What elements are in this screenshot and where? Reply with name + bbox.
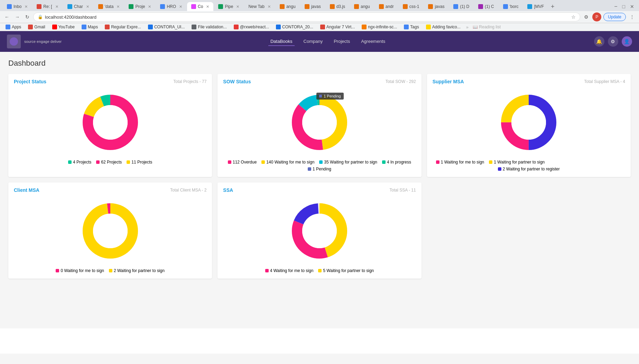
tab-close[interactable]: ✕ — [179, 4, 182, 9]
bookmark-label: ngx-infinite-sc... — [368, 25, 397, 29]
bookmark-rxweb[interactable]: @rxweb/react... — [231, 24, 272, 30]
legend-item: 11 Projects — [127, 160, 152, 165]
tab-chart[interactable]: Char ✕ — [63, 2, 93, 11]
bookmark-star-icon[interactable]: ☆ — [571, 14, 576, 20]
legend-item: 140 Waiting for me to sign — [261, 160, 314, 165]
url-text: localhost:4200/dashboard — [45, 15, 569, 20]
tab-inbox[interactable]: Inbo ✕ — [3, 2, 32, 11]
tab-1d[interactable]: (1) D — [449, 2, 473, 11]
tab-favicon — [330, 4, 335, 9]
tab-favicon — [191, 4, 196, 9]
restore-button[interactable]: □ — [620, 4, 627, 9]
tab-favicon — [403, 4, 408, 9]
tab-css1[interactable]: css-1 — [399, 2, 424, 11]
app-logo-text: source engage deliver — [24, 39, 62, 44]
tab-hro[interactable]: HRO ✕ — [156, 2, 186, 11]
legend-dot — [96, 160, 100, 164]
notification-button[interactable]: 🔔 — [594, 36, 604, 47]
close-button[interactable]: ✕ — [628, 4, 636, 9]
settings-button[interactable]: ⚙ — [608, 36, 618, 47]
bookmark-contora-20[interactable]: CONTORA_20... — [273, 24, 316, 30]
tab-close[interactable]: ✕ — [117, 4, 120, 9]
address-bar[interactable]: 🔒 localhost:4200/dashboard ☆ — [33, 12, 580, 21]
tab-borc[interactable]: 'borc — [499, 2, 523, 11]
tab-label: Re: [ — [43, 4, 52, 9]
legend-label: 1 Waiting for me to sign — [441, 160, 484, 165]
tab-close[interactable]: ✕ — [268, 4, 271, 9]
forward-button[interactable]: → — [13, 13, 21, 21]
new-tab-button[interactable]: + — [549, 3, 557, 10]
bookmarks-more[interactable]: » — [466, 25, 469, 30]
legend-label: 4 In progress — [387, 160, 411, 165]
bookmarks-bar: Apps Gmail YouTube Maps Regular Expre...… — [0, 23, 639, 31]
user-profile-button[interactable]: 👤 — [622, 36, 632, 47]
tab-label: 'borc — [510, 4, 519, 9]
tab-newtab[interactable]: New Tab ✕ — [244, 2, 275, 11]
tab-angu2[interactable]: angu — [350, 2, 374, 11]
profile-button[interactable]: P — [592, 12, 601, 21]
svg-point-16 — [511, 105, 546, 140]
card-header: SOW Status Total SOW - 292 — [223, 79, 416, 84]
menu-button[interactable]: ⋮ — [628, 13, 636, 21]
tab-label: angu — [286, 4, 296, 9]
extensions-button[interactable]: ⚙ — [582, 13, 590, 21]
legend-item: 0 Waiting for me to sign — [56, 268, 104, 273]
bookmark-regex[interactable]: Regular Expre... — [102, 24, 144, 30]
bookmark-label: Regular Expre... — [111, 25, 141, 29]
tab-co-active[interactable]: Co ✕ — [187, 2, 213, 11]
tab-close[interactable]: ✕ — [148, 4, 151, 9]
legend-label: 4 Waiting for me to sign — [270, 268, 314, 273]
nav-projects[interactable]: Projects — [332, 37, 352, 46]
bookmark-angular[interactable]: Angular 7 Virt... — [317, 24, 358, 30]
bookmark-maps[interactable]: Maps — [79, 24, 101, 30]
tab-andr[interactable]: andr — [375, 2, 398, 11]
card-title: SOW Status — [223, 79, 251, 84]
dashboard-title: Dashboard — [8, 59, 631, 68]
legend-item: 4 Projects — [68, 160, 91, 165]
tab-data[interactable]: 'data ✕ — [94, 2, 124, 11]
back-button[interactable]: ← — [3, 13, 11, 21]
nav-databooks[interactable]: DataBooks — [268, 37, 295, 46]
tab-mvf[interactable]: [MVF — [523, 2, 548, 11]
tab-close[interactable]: ✕ — [86, 4, 89, 9]
card-total: Total Projects - 77 — [173, 79, 206, 84]
bookmark-gmail[interactable]: Gmail — [25, 24, 48, 30]
tab-angu1[interactable]: angu — [276, 2, 300, 11]
tab-pipe[interactable]: Pipe ✕ — [214, 2, 243, 11]
bookmark-youtube[interactable]: YouTube — [49, 24, 77, 30]
tab-javas1[interactable]: javas — [300, 2, 325, 11]
tab-label: Co — [198, 4, 203, 9]
bookmark-label: Tags — [410, 25, 419, 29]
tags-favicon — [404, 25, 409, 29]
legend-dot — [109, 269, 112, 272]
tab-close[interactable]: ✕ — [236, 4, 239, 9]
legend-item: 4 Waiting for me to sign — [265, 268, 314, 273]
minimize-button[interactable]: − — [612, 3, 619, 10]
reading-list-button[interactable]: 📖 Reading list — [473, 25, 501, 29]
nav-company[interactable]: Company — [302, 37, 325, 46]
tab-javas3[interactable]: javas — [424, 2, 448, 11]
bookmark-contora-ui[interactable]: CONTORA_UI... — [145, 24, 187, 30]
nav-agreements[interactable]: Agreements — [359, 37, 387, 46]
bookmark-ngx[interactable]: ngx-infinite-sc... — [359, 24, 400, 30]
update-button[interactable]: Update — [603, 13, 626, 21]
tab-proje[interactable]: Proje ✕ — [124, 2, 155, 11]
bookmark-favicon[interactable]: Adding favico... — [423, 24, 463, 30]
card-sow-status: SOW Status Total SOW - 292 1 Pending — [217, 74, 421, 177]
reload-button[interactable]: ↻ — [24, 13, 31, 21]
bookmark-file-validation[interactable]: File validation... — [189, 24, 229, 30]
bookmark-label: @rxweb/react... — [240, 25, 269, 29]
bookmark-tags[interactable]: Tags — [401, 24, 422, 30]
tab-close[interactable]: ✕ — [55, 4, 58, 9]
tab-favicon — [428, 4, 433, 9]
tab-1c[interactable]: (1) C — [474, 2, 498, 11]
bookmark-label: File validation... — [198, 25, 226, 29]
tab-favicon — [354, 4, 359, 9]
tab-close[interactable]: ✕ — [25, 4, 28, 9]
gmail-favicon — [28, 25, 33, 29]
favicon-favicon — [426, 25, 431, 29]
tab-re[interactable]: Re: [ ✕ — [33, 2, 62, 11]
bookmark-apps[interactable]: Apps — [3, 24, 24, 30]
tab-d3js[interactable]: d3.js — [326, 2, 349, 11]
tab-close[interactable]: ✕ — [206, 4, 209, 9]
